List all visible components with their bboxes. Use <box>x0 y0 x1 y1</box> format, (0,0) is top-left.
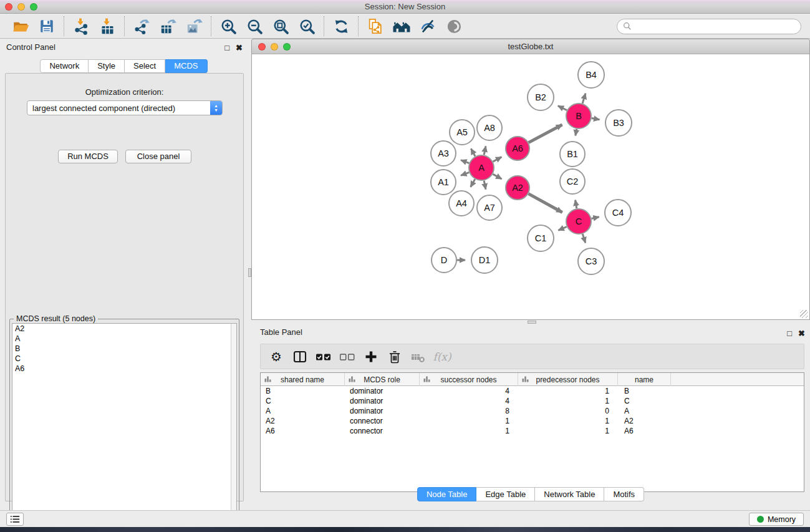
graph-edge-A-A5[interactable] <box>471 148 475 156</box>
zoom-view-button[interactable] <box>283 43 291 51</box>
table-cell[interactable]: dominator <box>345 406 420 416</box>
tab-network[interactable]: Network <box>40 59 89 73</box>
refresh-button[interactable] <box>330 16 352 36</box>
table-cell[interactable] <box>671 426 804 436</box>
run-mcds-button[interactable]: Run MCDS <box>58 150 118 163</box>
graph-node-A3[interactable]: A3 <box>431 141 456 166</box>
graph-edge-A-A7[interactable] <box>484 181 486 190</box>
graph-node-A5[interactable]: A5 <box>450 120 475 145</box>
float-panel-icon[interactable]: □ <box>787 329 792 337</box>
minimize-view-button[interactable] <box>271 43 278 51</box>
node-table[interactable]: shared name MCDS role successor nodes pr… <box>260 372 804 492</box>
table-cell[interactable]: 8 <box>420 406 518 416</box>
column-header-successor-nodes[interactable]: successor nodes <box>420 373 518 386</box>
function-builder-button[interactable]: f(x) <box>432 347 453 367</box>
graph-node-A2[interactable]: A2 <box>506 176 529 200</box>
graph-edge-B-B1[interactable] <box>576 129 577 136</box>
column-header-mcds-role[interactable]: MCDS role <box>345 373 420 386</box>
search-field[interactable] <box>617 19 801 34</box>
result-list-item[interactable]: A2 <box>12 324 231 334</box>
graph-node-B2[interactable]: B2 <box>528 84 554 110</box>
import-network-button[interactable] <box>70 16 92 36</box>
graph-node-B4[interactable]: B4 <box>578 62 604 88</box>
table-cell[interactable]: C <box>618 396 671 406</box>
column-header-predecessor-nodes[interactable]: predecessor nodes <box>518 373 618 386</box>
table-cell[interactable]: 1 <box>518 416 618 426</box>
table-cell[interactable]: connector <box>345 426 420 436</box>
table-settings-button[interactable]: ⚙ <box>266 347 287 367</box>
zoom-selected-button[interactable] <box>296 16 318 36</box>
table-cell[interactable]: A6 <box>261 426 345 436</box>
zoom-fit-button[interactable] <box>269 16 292 36</box>
result-list-item[interactable]: A6 <box>12 364 231 374</box>
export-table-button[interactable] <box>157 16 179 36</box>
graph-node-D1[interactable]: D1 <box>471 247 498 273</box>
splitter-handle[interactable] <box>528 321 536 324</box>
table-cell[interactable]: B <box>618 386 671 396</box>
graph-edge-A-A6[interactable] <box>493 157 502 162</box>
minimize-window-button[interactable] <box>17 3 25 11</box>
table-cell[interactable]: B <box>261 386 345 396</box>
graph-node-A8[interactable]: A8 <box>477 115 502 140</box>
network-canvas[interactable]: B4B2BB3A5A8A6A3AB1A1A2C2A4A7C4CC1C3DD1 <box>251 54 810 320</box>
show-columns-button[interactable] <box>289 347 311 367</box>
table-cell[interactable]: connector <box>345 416 420 426</box>
graph-node-C[interactable]: C <box>566 209 591 234</box>
table-cell[interactable] <box>671 416 804 426</box>
memory-button[interactable]: Memory <box>749 513 804 526</box>
search-input[interactable] <box>635 22 795 31</box>
create-column-button[interactable] <box>360 347 382 367</box>
table-cell[interactable]: A <box>261 406 345 416</box>
result-list-item[interactable]: C <box>12 354 231 364</box>
graph-node-C3[interactable]: C3 <box>578 248 604 274</box>
graph-node-C4[interactable]: C4 <box>605 200 631 226</box>
table-cell[interactable]: C <box>261 396 345 406</box>
criterion-dropdown[interactable]: largest connected component (directed) ▲… <box>27 100 223 115</box>
graph-edge-A-A1[interactable] <box>461 172 469 175</box>
close-view-button[interactable] <box>258 43 266 51</box>
zoom-in-button[interactable] <box>217 16 239 36</box>
tab-network-table[interactable]: Network Table <box>535 487 604 501</box>
home-button[interactable] <box>390 16 413 36</box>
horizontal-splitter[interactable] <box>251 320 810 324</box>
zoom-window-button[interactable] <box>30 3 37 11</box>
table-cell[interactable]: A2 <box>261 416 345 426</box>
column-header-shared-name[interactable]: shared name <box>261 373 345 386</box>
tab-edge-table[interactable]: Edge Table <box>476 487 535 501</box>
tab-motifs[interactable]: Motifs <box>604 487 644 501</box>
graph-edge-A6-B[interactable] <box>529 125 562 143</box>
graph-edge-B-B2[interactable] <box>558 106 567 110</box>
result-list-scrollbar[interactable] <box>231 323 237 529</box>
graph-edge-A-A8[interactable] <box>484 146 486 155</box>
graph-node-B1[interactable]: B1 <box>560 142 585 167</box>
graph-edge-B-B3[interactable] <box>592 118 600 120</box>
table-cell[interactable]: 1 <box>518 396 618 406</box>
graph-edge-A-A4[interactable] <box>471 179 475 187</box>
graph-node-B3[interactable]: B3 <box>605 110 632 136</box>
graph-edge-A-A3[interactable] <box>461 160 469 163</box>
graph-node-C1[interactable]: C1 <box>528 225 554 251</box>
graph-edge-C-C1[interactable] <box>558 226 566 230</box>
graph-node-D[interactable]: D <box>432 248 456 273</box>
float-panel-icon[interactable]: □ <box>224 44 229 52</box>
delete-table-button[interactable] <box>408 347 429 367</box>
table-cell[interactable]: 1 <box>420 416 518 426</box>
graph-edge-C-C2[interactable] <box>576 200 577 209</box>
graph-node-A1[interactable]: A1 <box>431 170 456 195</box>
graph-node-A4[interactable]: A4 <box>449 191 474 216</box>
table-cell[interactable] <box>671 386 804 396</box>
show-details-button[interactable] <box>443 16 465 36</box>
result-list-item[interactable]: B <box>12 344 231 354</box>
hide-graphics-details-button[interactable] <box>417 16 439 36</box>
table-row[interactable]: Bdominator41B <box>261 386 804 396</box>
table-row[interactable]: A6connector11A6 <box>261 426 804 436</box>
table-row[interactable]: Cdominator41C <box>261 396 804 406</box>
column-header-name[interactable]: name <box>618 373 671 386</box>
table-cell[interactable] <box>671 396 804 406</box>
table-cell[interactable]: 4 <box>420 396 518 406</box>
table-cell[interactable]: A6 <box>618 426 671 436</box>
graph-node-A7[interactable]: A7 <box>477 195 502 220</box>
deselect-all-columns-button[interactable] <box>337 347 358 367</box>
table-cell[interactable]: dominator <box>345 386 420 396</box>
table-cell[interactable]: 1 <box>420 426 518 436</box>
